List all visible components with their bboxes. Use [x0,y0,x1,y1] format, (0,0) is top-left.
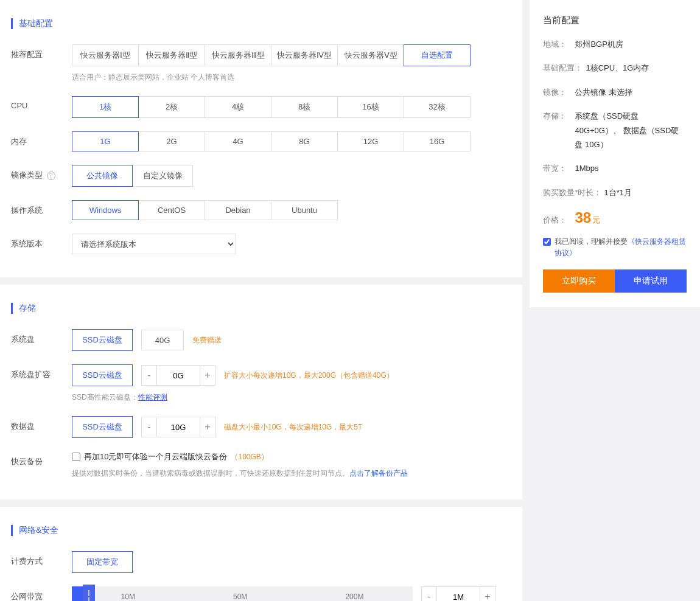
recommend-option[interactable]: 快云服务器Ⅲ型 [205,44,271,66]
label-cpu: CPU [11,96,72,110]
backup-link[interactable]: 点击了解备份产品 [349,469,408,478]
label-sysdisk: 系统盘 [11,329,72,345]
trial-button[interactable]: 申请试用 [615,269,687,293]
price-number: 38 [575,209,591,226]
label-datadisk: 数据盘 [11,416,72,432]
cpu-group: 1核2核4核8核16核32核 [72,96,504,118]
billing-option[interactable]: 固定带宽 [72,551,133,573]
sysdisk-size[interactable] [141,330,184,350]
cpu-option[interactable]: 32核 [404,96,471,118]
minus-button[interactable]: - [421,586,437,601]
cpu-option[interactable]: 8核 [271,96,338,118]
plus-button[interactable]: + [200,417,215,437]
sysver-select[interactable]: 请选择系统版本 [72,234,236,254]
label-backup: 快云备份 [11,451,72,467]
imgtype-option[interactable]: 公共镜像 [72,165,133,187]
panel-basic: 基础配置 推荐配置 快云服务器Ⅰ型快云服务器Ⅱ型快云服务器Ⅲ型快云服务器Ⅳ型快云… [0,0,522,277]
recommend-option[interactable]: 快云服务器Ⅱ型 [138,44,205,66]
summary-image: 公共镜像 未选择 [575,85,632,99]
buy-button[interactable]: 立即购买 [543,269,615,293]
memory-option[interactable]: 8G [271,131,338,151]
slider-handle[interactable] [83,585,95,601]
label-imgtype: 镜像类型 ? [11,165,72,181]
memory-group: 1G2G4G8G12G16G [72,131,504,151]
section-title-network: 网络&安全 [11,525,504,536]
sysdisk-type[interactable]: SSD云磁盘 [72,329,133,351]
label-recommend: 推荐配置 [11,44,72,60]
recommend-option[interactable]: 快云服务器Ⅳ型 [271,44,338,66]
backup-extra: （100GB） [231,452,268,462]
memory-option[interactable]: 1G [72,131,139,151]
slider-ticks: 10M 50M 200M [72,586,413,601]
recommend-option[interactable]: 快云服务器Ⅰ型 [72,44,139,66]
price-unit: 元 [592,215,600,226]
os-option[interactable]: Debian [205,200,271,220]
bandwidth-value[interactable] [437,586,480,601]
label-sysver: 系统版本 [11,234,72,249]
minus-button[interactable]: - [141,365,157,386]
memory-option[interactable]: 16G [404,131,471,151]
perf-hint: SSD高性能云磁盘：性能评测 [72,392,504,403]
plus-button[interactable]: + [480,586,495,601]
summary-qty: 1台*1月 [604,186,632,200]
summary-storage: 系统盘（SSD硬盘 40G+0G）、 数据盘（SSD硬盘 10G） [575,109,687,151]
os-option[interactable]: Ubuntu [271,200,338,220]
backup-checkbox[interactable] [72,453,80,461]
label-os: 操作系统 [11,200,72,216]
memory-option[interactable]: 12G [337,131,404,151]
summary-bandwidth: 1Mbps [575,161,598,175]
sysdisk-ext-stepper: - + [141,365,215,386]
bandwidth-slider[interactable]: 10M 50M 200M [72,586,413,601]
side-title: 当前配置 [543,15,687,26]
minus-button[interactable]: - [141,417,157,437]
sysdisk-ext-type[interactable]: SSD云磁盘 [72,364,133,386]
label-sysdisk-ext: 系统盘扩容 [11,364,72,380]
panel-storage: 存储 系统盘 SSD云磁盘 免费赠送 系统盘扩容 SSD云磁盘 - + 扩 [0,285,522,499]
sidebar-summary: 当前配置 地域：郑州BGP机房 基础配置：1核CPU、1G内存 镜像：公共镜像 … [530,0,700,307]
cpu-option[interactable]: 4核 [205,96,271,118]
datadisk-type[interactable]: SSD云磁盘 [72,416,133,438]
imgtype-option[interactable]: 自定义镜像 [132,165,193,187]
summary-region: 郑州BGP机房 [575,37,623,51]
recommend-hint: 适合用户：静态展示类网站，企业站 个人博客首选 [72,72,504,83]
label-bandwidth: 公网带宽 [11,586,72,601]
cpu-option[interactable]: 16核 [337,96,404,118]
section-title-storage: 存储 [11,303,504,314]
agree-checkbox[interactable] [543,238,551,246]
os-group: WindowsCentOSDebianUbuntu [72,200,504,220]
section-title-basic: 基础配置 [11,18,504,29]
memory-option[interactable]: 2G [138,131,205,151]
imgtype-group: 公共镜像自定义镜像 [72,165,504,187]
cpu-option[interactable]: 1核 [72,96,139,118]
memory-option[interactable]: 4G [205,131,271,151]
label-billing: 计费方式 [11,551,72,567]
cpu-option[interactable]: 2核 [138,96,205,118]
sysdisk-ext-note: 扩容大小每次递增10G，最大200G（包含赠送40G） [224,370,394,381]
agree-row[interactable]: 我已阅读，理解并接受《快云服务器租赁协议》 [543,236,687,259]
billing-group: 固定带宽 [72,551,504,573]
backup-label: 再加10元即可体验一个月云端版快云备份 [84,451,227,462]
os-option[interactable]: Windows [72,200,139,220]
perf-link[interactable]: 性能评测 [138,393,167,401]
summary-basic: 1核CPU、1G内存 [586,61,649,75]
recommend-group: 快云服务器Ⅰ型快云服务器Ⅱ型快云服务器Ⅲ型快云服务器Ⅳ型快云服务器Ⅴ型自选配置 [72,44,504,66]
panel-network: 网络&安全 计费方式 固定带宽 公网带宽 10M 50M 200M - [0,507,522,601]
sysdisk-ext-size[interactable] [157,365,200,386]
bandwidth-stepper: - + [421,586,495,601]
label-memory: 内存 [11,131,72,147]
recommend-option[interactable]: 快云服务器Ⅴ型 [337,44,404,66]
help-icon[interactable]: ? [47,172,55,180]
plus-button[interactable]: + [200,365,215,386]
recommend-option[interactable]: 自选配置 [404,44,471,66]
datadisk-note: 磁盘大小最小10G，每次递增10G，最大5T [224,422,362,433]
datadisk-stepper: - + [141,417,215,437]
os-option[interactable]: CentOS [138,200,205,220]
backup-desc: 提供对数据实时备份，当遭勒索病毒或数据误删时，可快速还原数据到任意时间节点。点击… [72,468,504,479]
sysdisk-note: 免费赠送 [192,335,222,346]
datadisk-size[interactable] [157,417,200,437]
